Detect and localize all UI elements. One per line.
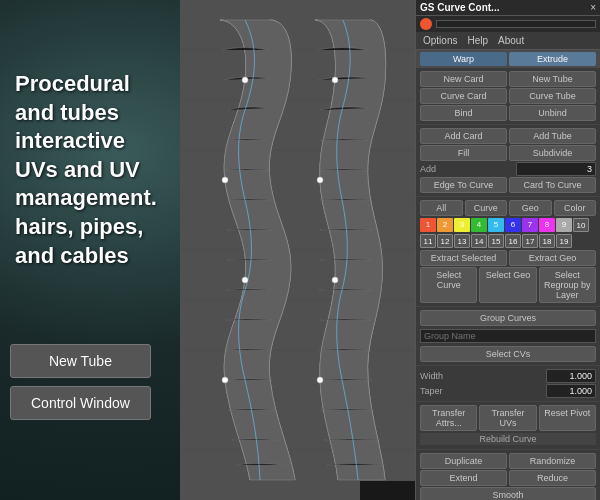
geo-filter-button[interactable]: Geo: [509, 200, 552, 216]
width-taper-section: Width Taper: [416, 366, 600, 402]
add-section: Add Card Add Tube Fill Subdivide Add 3 E…: [416, 125, 600, 197]
unbind-button[interactable]: Unbind: [509, 105, 596, 121]
num-btn-6[interactable]: 6: [505, 218, 521, 232]
svg-point-13: [222, 377, 228, 383]
width-row: Width: [420, 369, 596, 383]
extract-geo-button[interactable]: Extract Geo: [509, 250, 596, 266]
num-btn-9[interactable]: 9: [556, 218, 572, 232]
transfer-uvs-button[interactable]: Transfer UVs: [479, 405, 536, 431]
svg-point-17: [317, 377, 323, 383]
width-input[interactable]: [546, 369, 596, 383]
add-card-button[interactable]: Add Card: [420, 128, 507, 144]
panel-header: GS Curve Cont... ×: [416, 0, 600, 16]
curve-tube-button[interactable]: Curve Tube: [509, 88, 596, 104]
color-filter-button[interactable]: Color: [554, 200, 597, 216]
value-bar: [436, 20, 596, 28]
num-btn-8[interactable]: 8: [539, 218, 555, 232]
bind-button[interactable]: Bind: [420, 105, 507, 121]
fill-subdivide-row: Fill Subdivide: [420, 145, 596, 161]
reset-pivot-button[interactable]: Reset Pivot: [539, 405, 596, 431]
left-button-group: New Tube Control Window: [10, 344, 151, 420]
control-window-button[interactable]: Control Window: [10, 386, 151, 420]
filter-section: All Curve Geo Color 1 2 3 4 5 6 7 8 9 10…: [416, 197, 600, 307]
svg-point-15: [317, 177, 323, 183]
group-section: Group Curves Select CVs: [416, 307, 600, 366]
num-btn-4[interactable]: 4: [471, 218, 487, 232]
select-geo-button[interactable]: Select Geo: [479, 267, 536, 303]
smooth-button[interactable]: Smooth: [420, 487, 596, 500]
svg-point-16: [332, 277, 338, 283]
bind-unbind-row: Bind Unbind: [420, 105, 596, 121]
num-btn-5[interactable]: 5: [488, 218, 504, 232]
menu-about[interactable]: About: [495, 34, 527, 47]
color-number-row-2: 11 12 13 14 15 16 17 18 19: [420, 234, 596, 248]
num-btn-14[interactable]: 14: [471, 234, 487, 248]
num-btn-3[interactable]: 3: [454, 218, 470, 232]
warp-button[interactable]: Warp: [420, 52, 507, 66]
tubes-svg: [180, 0, 420, 500]
add-value-input[interactable]: 3: [516, 162, 596, 176]
new-tube-button-panel[interactable]: New Tube: [509, 71, 596, 87]
num-btn-7[interactable]: 7: [522, 218, 538, 232]
subdivide-button[interactable]: Subdivide: [509, 145, 596, 161]
extend-reduce-row: Extend Reduce: [420, 470, 596, 486]
extract-selected-button[interactable]: Extract Selected: [420, 250, 507, 266]
menu-help[interactable]: Help: [464, 34, 491, 47]
num-btn-2[interactable]: 2: [437, 218, 453, 232]
taper-row: Taper: [420, 384, 596, 398]
transfer-section: Transfer Attrs... Transfer UVs Reset Piv…: [416, 402, 600, 450]
select-regroup-button[interactable]: Select Regroup by Layer: [539, 267, 596, 303]
smooth-row: Smooth: [420, 487, 596, 500]
num-btn-19[interactable]: 19: [556, 234, 572, 248]
svg-point-14: [332, 77, 338, 83]
num-btn-12[interactable]: 12: [437, 234, 453, 248]
duplicate-randomize-row: Duplicate Randomize: [420, 453, 596, 469]
reduce-button[interactable]: Reduce: [509, 470, 596, 486]
num-btn-16[interactable]: 16: [505, 234, 521, 248]
select-curve-button[interactable]: Select Curve: [420, 267, 477, 303]
curve-filter-button[interactable]: Curve: [465, 200, 508, 216]
select-cvs-button[interactable]: Select CVs: [420, 346, 596, 362]
feature-text: Procedural and tubes interactive UVs and…: [15, 70, 185, 270]
left-text-panel: Procedural and tubes interactive UVs and…: [0, 60, 200, 280]
add-tube-button[interactable]: Add Tube: [509, 128, 596, 144]
svg-point-12: [242, 277, 248, 283]
new-tube-button[interactable]: New Tube: [10, 344, 151, 378]
width-label: Width: [420, 371, 443, 381]
new-card-tube-row: New Card New Tube: [420, 71, 596, 87]
rebuild-label: Rebuild Curve: [420, 433, 596, 445]
randomize-button[interactable]: Randomize: [509, 453, 596, 469]
new-card-button[interactable]: New Card: [420, 71, 507, 87]
edge-curve-row: Edge To Curve Card To Curve: [420, 177, 596, 193]
transfer-attrs-button[interactable]: Transfer Attrs...: [420, 405, 477, 431]
num-btn-11[interactable]: 11: [420, 234, 436, 248]
color-dot: [420, 18, 432, 30]
svg-point-10: [242, 77, 248, 83]
group-name-input[interactable]: [420, 329, 596, 343]
menu-options[interactable]: Options: [420, 34, 460, 47]
card-tube-section: New Card New Tube Curve Card Curve Tube …: [416, 68, 600, 125]
extend-button[interactable]: Extend: [420, 470, 507, 486]
num-btn-10[interactable]: 10: [573, 218, 589, 232]
duplicate-button[interactable]: Duplicate: [420, 453, 507, 469]
all-filter-button[interactable]: All: [420, 200, 463, 216]
num-btn-1[interactable]: 1: [420, 218, 436, 232]
viewport-content: [180, 0, 420, 500]
group-curves-button[interactable]: Group Curves: [420, 310, 596, 326]
select-cvs-row: Select CVs: [420, 346, 596, 362]
num-btn-18[interactable]: 18: [539, 234, 555, 248]
right-panel: GS Curve Cont... × Options Help About Wa…: [415, 0, 600, 500]
num-btn-15[interactable]: 15: [488, 234, 504, 248]
panel-close-button[interactable]: ×: [590, 2, 596, 13]
watermark: CG SOO 影马 www.cgsop.com: [360, 481, 420, 500]
edge-to-curve-button[interactable]: Edge To Curve: [420, 177, 507, 193]
card-to-curve-button[interactable]: Card To Curve: [509, 177, 596, 193]
add-card-tube-row: Add Card Add Tube: [420, 128, 596, 144]
extrude-button[interactable]: Extrude: [509, 52, 596, 66]
num-btn-17[interactable]: 17: [522, 234, 538, 248]
taper-input[interactable]: [546, 384, 596, 398]
num-btn-13[interactable]: 13: [454, 234, 470, 248]
curve-card-button[interactable]: Curve Card: [420, 88, 507, 104]
3d-viewport: CG SOO 影马 www.cgsop.com: [180, 0, 420, 500]
fill-button[interactable]: Fill: [420, 145, 507, 161]
